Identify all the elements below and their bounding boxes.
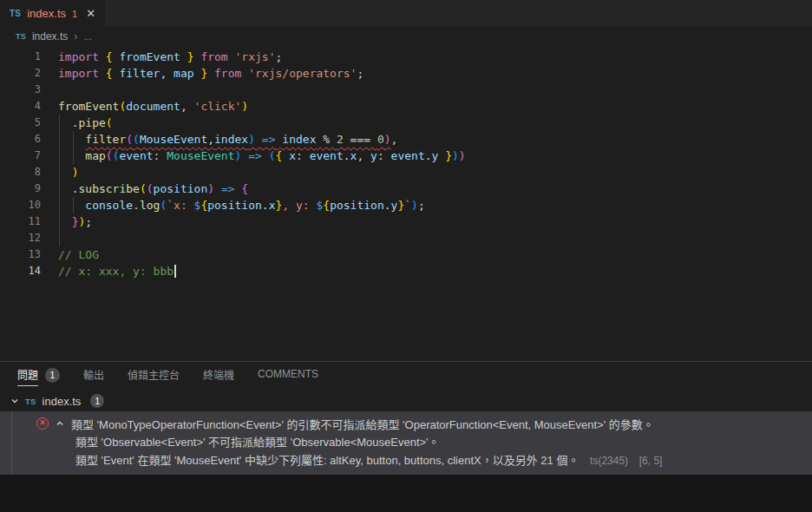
problem-row-1[interactable]: ✕ 類型 'MonoTypeOperatorFunction<Event>' 的…: [0, 415, 812, 433]
problems-file-group[interactable]: TS index.ts 1: [0, 391, 812, 411]
code-text[interactable]: fromEvent(document, 'click'): [41, 98, 248, 115]
code-token: x: [269, 199, 276, 212]
code-token: (: [126, 133, 133, 146]
breadcrumb-filename[interactable]: index.ts: [32, 30, 68, 43]
editor-lines: 1import { fromEvent } from 'rxjs';2impor…: [0, 49, 812, 279]
code-text[interactable]: import { fromEvent } from 'rxjs';: [41, 49, 282, 65]
code-line: 6 filter((MouseEvent,index) => index % 2…: [0, 131, 812, 148]
text-cursor: [174, 265, 176, 278]
code-text[interactable]: });: [41, 213, 92, 230]
code-token: fromEvent: [58, 100, 119, 113]
code-token: [58, 199, 85, 212]
typescript-file-icon: TS: [16, 32, 26, 41]
code-token: index: [214, 133, 248, 146]
chevron-down-icon[interactable]: [10, 397, 19, 405]
panel-tab-label: 偵錯主控台: [128, 367, 180, 386]
code-token: index: [282, 133, 316, 146]
code-text[interactable]: .pipe(: [41, 115, 113, 131]
code-token: ===: [344, 133, 377, 146]
code-token: }: [445, 149, 452, 162]
code-text[interactable]: console.log(`x: ${position.x}, y: ${posi…: [41, 197, 425, 213]
problem-error-code: ts(2345): [590, 455, 628, 467]
code-text[interactable]: .subscribe((position) => {: [41, 181, 248, 197]
code-token: {: [106, 50, 120, 63]
problem-row-3[interactable]: 類型 'Event' 在類型 'MouseEvent' 中缺少下列屬性: alt…: [0, 451, 812, 469]
code-token: (: [133, 133, 140, 146]
code-token: ;: [357, 67, 363, 80]
code-token: console: [85, 199, 133, 212]
panel-tab-3[interactable]: 終端機: [203, 367, 234, 386]
panel-tab-2[interactable]: 偵錯主控台: [128, 367, 180, 386]
code-token: 'click': [194, 100, 242, 113]
code-line: 5 .pipe(: [0, 115, 812, 131]
code-text[interactable]: [41, 82, 58, 98]
code-line: 3: [0, 82, 812, 98]
code-token: }: [194, 67, 214, 80]
code-token: :: [154, 149, 167, 162]
code-token: [58, 166, 72, 179]
bottom-panel: 問題1輸出偵錯主控台終端機COMMENTS TS index.ts 1 ✕ 類型…: [0, 361, 812, 475]
code-token: ,: [180, 100, 194, 113]
code-token: filter: [85, 133, 126, 146]
code-line: 8 ): [0, 164, 812, 181]
editor-tab-bar: TS index.ts 1 ✕: [0, 0, 812, 27]
line-number: 6: [0, 131, 41, 148]
line-number: 1: [0, 49, 41, 65]
code-token: position: [207, 199, 262, 212]
breadcrumb-more[interactable]: ...: [83, 30, 92, 43]
code-token: (: [269, 149, 276, 162]
code-token: ;: [276, 50, 283, 63]
line-number: 5: [0, 115, 41, 131]
code-token: ,: [391, 133, 398, 146]
line-number: 13: [0, 246, 41, 263]
code-text[interactable]: filter((MouseEvent,index) => index % 2 =…: [41, 131, 397, 148]
code-token: MouseEvent: [167, 149, 234, 162]
line-number: 8: [0, 164, 41, 181]
panel-tab-0[interactable]: 問題1: [17, 367, 60, 386]
tab-filename: index.ts: [27, 7, 66, 20]
code-token: subscribe: [78, 182, 139, 195]
code-token: {: [323, 199, 330, 212]
panel-tab-4[interactable]: COMMENTS: [258, 368, 318, 384]
line-number: 11: [0, 213, 41, 230]
code-token: [255, 133, 262, 146]
panel-empty-area: [0, 475, 812, 512]
breadcrumb: TS index.ts › ...: [0, 27, 812, 46]
chevron-right-icon: ›: [74, 30, 77, 43]
code-line: 7 map((event: MouseEvent) => ({ x: event…: [0, 148, 812, 164]
code-text[interactable]: map((event: MouseEvent) => ({ x: event.x…: [41, 148, 466, 164]
code-text[interactable]: [41, 230, 58, 246]
code-line: 1import { fromEvent } from 'rxjs';: [0, 49, 812, 65]
chevron-up-icon[interactable]: [56, 419, 64, 428]
code-token: 2: [337, 133, 344, 146]
tab-index-ts[interactable]: TS index.ts 1 ✕: [0, 0, 105, 27]
panel-tab-1[interactable]: 輸出: [83, 367, 104, 386]
code-token: from: [214, 67, 248, 80]
code-token: event: [391, 149, 425, 162]
code-token: 'rxjs': [235, 50, 276, 63]
close-icon[interactable]: ✕: [86, 7, 95, 20]
code-token: (: [106, 149, 113, 162]
code-line: 13// LOG: [0, 246, 812, 263]
error-icon: ✕: [36, 417, 49, 430]
code-text[interactable]: // LOG: [41, 246, 99, 263]
code-token: {: [241, 182, 248, 195]
code-token: .: [384, 199, 391, 212]
code-line: 2import { filter, map } from 'rxjs/opera…: [0, 65, 812, 82]
code-token: map: [174, 67, 193, 80]
panel-tab-label: 問題: [17, 367, 38, 386]
line-number: 2: [0, 65, 41, 82]
problem-message-line2[interactable]: 類型 'Observable<Event>' 不可指派給類型 'Observab…: [0, 433, 812, 451]
code-token: (: [147, 182, 154, 195]
code-token: document: [126, 100, 180, 113]
code-editor[interactable]: 1import { fromEvent } from 'rxjs';2impor…: [0, 46, 812, 323]
code-token: `x:: [167, 199, 193, 212]
code-token: .: [262, 199, 269, 212]
tab-error-count-badge: 1: [72, 9, 77, 19]
code-text[interactable]: import { filter, map } from 'rxjs/operat…: [41, 65, 363, 82]
line-number: 7: [0, 148, 41, 164]
line-number: 3: [0, 82, 41, 98]
typescript-file-icon: TS: [10, 9, 21, 18]
problem-item[interactable]: ✕ 類型 'MonoTypeOperatorFunction<Event>' 的…: [0, 411, 812, 475]
code-text[interactable]: // x: xxx, y: bbb: [41, 263, 176, 279]
